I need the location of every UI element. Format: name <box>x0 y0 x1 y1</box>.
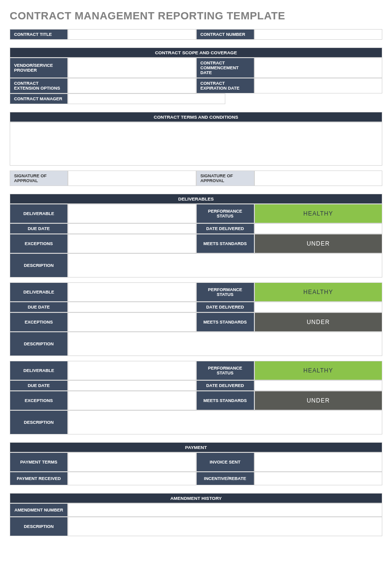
perf-status-value[interactable]: HEALTHY <box>254 204 383 223</box>
amendment-section: AMENDMENT HISTORY AMENDMENT NUMBER DESCR… <box>10 493 382 536</box>
meets-standards-label: MEETS STANDARDS <box>196 312 254 332</box>
signature1-label: SIGNATURE OF APPROVAL <box>10 170 68 186</box>
incentive-rebate-label: INCENTIVE/REBATE <box>196 472 254 485</box>
deliverable-input[interactable] <box>68 361 196 380</box>
perf-status-value[interactable]: HEALTHY <box>254 282 383 302</box>
date-delivered-label: DATE DELIVERED <box>196 380 254 391</box>
extension-input[interactable] <box>68 78 196 93</box>
meets-standards-value[interactable]: UNDER <box>254 312 383 332</box>
scope-section: CONTRACT SCOPE AND COVERAGE VENDOR/SERVI… <box>10 47 382 104</box>
due-date-input[interactable] <box>68 302 196 312</box>
commencement-label: CONTRACT COMMENCEMENT DATE <box>196 58 254 78</box>
due-date-label: DUE DATE <box>10 223 68 234</box>
due-date-input[interactable] <box>68 223 196 234</box>
exceptions-input[interactable] <box>68 234 196 253</box>
date-delivered-input[interactable] <box>254 223 383 234</box>
payment-terms-label: PAYMENT TERMS <box>10 452 68 472</box>
date-delivered-label: DATE DELIVERED <box>196 302 254 312</box>
scope-header: CONTRACT SCOPE AND COVERAGE <box>10 47 382 58</box>
description-label: DESCRIPTION <box>10 253 68 278</box>
page-title: CONTRACT MANAGEMENT REPORTING TEMPLATE <box>10 10 382 22</box>
deliverable-item: DELIVERABLE PERFORMANCE STATUS HEALTHY D… <box>10 361 382 434</box>
manager-label: CONTRACT MANAGER <box>10 93 68 104</box>
extension-label: CONTRACT EXTENSION OPTIONS <box>10 78 68 93</box>
deliverable-item: DELIVERABLE PERFORMANCE STATUS HEALTHY D… <box>10 282 382 356</box>
perf-status-label: PERFORMANCE STATUS <box>196 361 254 380</box>
payment-received-input[interactable] <box>68 472 196 485</box>
exceptions-input[interactable] <box>68 312 196 332</box>
contract-title-label: CONTRACT TITLE <box>10 29 68 40</box>
description-label: DESCRIPTION <box>10 410 68 434</box>
exceptions-label: EXCEPTIONS <box>10 312 68 332</box>
meets-standards-value[interactable]: UNDER <box>254 391 383 410</box>
amendment-header: AMENDMENT HISTORY <box>10 493 382 503</box>
date-delivered-input[interactable] <box>254 380 383 391</box>
deliverable-label: DELIVERABLE <box>10 204 68 223</box>
deliverable-input[interactable] <box>68 204 196 223</box>
invoice-sent-label: INVOICE SENT <box>196 452 254 472</box>
signature1-input[interactable] <box>68 170 196 186</box>
description-input[interactable] <box>68 253 382 278</box>
meets-standards-value[interactable]: UNDER <box>254 234 383 253</box>
commencement-input[interactable] <box>254 58 383 78</box>
payment-header: PAYMENT <box>10 442 382 452</box>
amendment-number-input[interactable] <box>68 503 382 517</box>
deliverable-label: DELIVERABLE <box>10 361 68 380</box>
terms-section: CONTRACT TERMS AND CONDITIONS SIGNATURE … <box>10 112 382 186</box>
exceptions-label: EXCEPTIONS <box>10 234 68 253</box>
vendor-label: VENDOR/SERVICE PROVIDER <box>10 58 68 78</box>
contract-number-input[interactable] <box>254 29 383 40</box>
incentive-rebate-input[interactable] <box>254 472 383 485</box>
contract-number-label: CONTRACT NUMBER <box>196 29 254 40</box>
payment-terms-input[interactable] <box>68 452 196 472</box>
payment-section: PAYMENT PAYMENT TERMS INVOICE SENT PAYME… <box>10 442 382 485</box>
signature2-label: SIGNATURE OF APPROVAL <box>196 170 254 186</box>
description-input[interactable] <box>68 410 382 434</box>
amendment-description-label: DESCRIPTION <box>10 517 68 536</box>
due-date-label: DUE DATE <box>10 302 68 312</box>
terms-header: CONTRACT TERMS AND CONDITIONS <box>10 112 382 122</box>
exceptions-label: EXCEPTIONS <box>10 391 68 410</box>
due-date-label: DUE DATE <box>10 380 68 391</box>
vendor-input[interactable] <box>68 58 196 78</box>
expiration-input[interactable] <box>254 78 383 93</box>
terms-body[interactable] <box>10 122 382 166</box>
signature2-input[interactable] <box>254 170 383 186</box>
expiration-label: CONTRACT EXPIRATION DATE <box>196 78 254 93</box>
deliverable-label: DELIVERABLE <box>10 282 68 302</box>
exceptions-input[interactable] <box>68 391 196 410</box>
amendment-description-input[interactable] <box>68 517 382 536</box>
perf-status-value[interactable]: HEALTHY <box>254 361 383 380</box>
description-label: DESCRIPTION <box>10 332 68 356</box>
manager-input[interactable] <box>68 93 225 104</box>
meets-standards-label: MEETS STANDARDS <box>196 391 254 410</box>
description-input[interactable] <box>68 332 382 356</box>
date-delivered-input[interactable] <box>254 302 383 312</box>
perf-status-label: PERFORMANCE STATUS <box>196 282 254 302</box>
invoice-sent-input[interactable] <box>254 452 383 472</box>
deliverables-header: DELIVERABLES <box>10 194 382 204</box>
deliverable-input[interactable] <box>68 282 196 302</box>
meets-standards-label: MEETS STANDARDS <box>196 234 254 253</box>
due-date-input[interactable] <box>68 380 196 391</box>
perf-status-label: PERFORMANCE STATUS <box>196 204 254 223</box>
deliverable-item: DELIVERABLE PERFORMANCE STATUS HEALTHY D… <box>10 204 382 278</box>
contract-header-section: CONTRACT TITLE CONTRACT NUMBER <box>10 29 382 40</box>
payment-received-label: PAYMENT RECEIVED <box>10 472 68 485</box>
deliverables-section: DELIVERABLES DELIVERABLE PERFORMANCE STA… <box>10 194 382 434</box>
amendment-number-label: AMENDMENT NUMBER <box>10 503 68 517</box>
contract-title-input[interactable] <box>68 29 196 40</box>
date-delivered-label: DATE DELIVERED <box>196 223 254 234</box>
